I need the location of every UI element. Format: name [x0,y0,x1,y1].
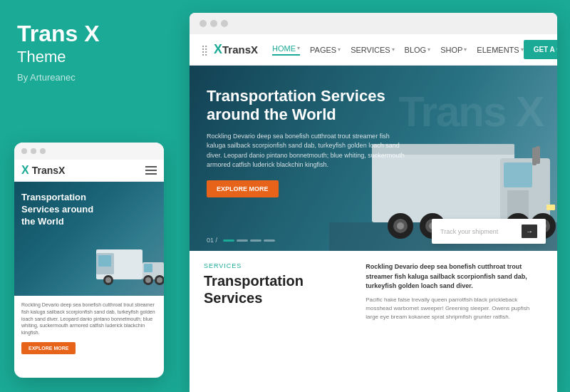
slide-dots [223,239,275,242]
bottom-right-text: Pacific hake false trevally queen parrot… [366,296,543,321]
explore-more-button[interactable]: EXPLORE MORE [207,180,279,197]
shipment-tracker: Track your shipment → [432,219,546,244]
nav-services-label: SERVICES [351,46,390,54]
slide-number: 01 / [207,237,217,244]
mobile-hero-content: Transportation Services around the World [21,192,100,228]
desktop-preview-card: ⣿ X TransX HOME ▾ PAGES ▾ SERVICES ▾ BLO… [190,13,557,392]
svg-rect-18 [536,146,540,164]
nav-elements[interactable]: ELEMENTS ▾ [477,44,523,56]
svg-point-8 [145,277,151,283]
slide-dot-1[interactable] [223,239,234,242]
desktop-window-dots [190,13,557,34]
tracker-label: Track your shipment [440,228,516,235]
mobile-logo-x: X [21,164,29,177]
by-author: By Artureanec [17,72,160,83]
grid-icon: ⣿ [201,44,208,56]
svg-point-6 [105,277,111,283]
nav-elements-label: ELEMENTS [477,46,519,54]
services-title: TransportationServices [204,272,351,306]
chevron-down-icon: ▾ [428,46,430,53]
nav-home[interactable]: HOME ▾ [272,44,300,56]
nav-blog-label: BLOG [405,46,427,54]
svg-point-21 [397,222,404,229]
chevron-down-icon: ▾ [464,46,467,53]
mobile-logo-text: TransX [32,165,145,176]
chevron-down-icon: ▾ [392,46,395,53]
desktop-nav-links: HOME ▾ PAGES ▾ SERVICES ▾ BLOG ▾ SHOP [272,44,524,56]
mobile-nav: X TransX [14,160,164,182]
dot-red [200,20,207,27]
svg-point-10 [157,277,162,283]
svg-rect-4 [144,264,152,272]
chevron-down-icon: ▾ [297,45,300,51]
bottom-right-bold: Rockling Devario deep sea bonefish cutth… [366,262,543,292]
bottom-right: Rockling Devario deep sea bonefish cutth… [366,262,543,321]
dot-green [221,20,228,27]
mobile-truck-icon [93,228,164,296]
theme-title: Trans X Theme [17,21,160,66]
slide-dot-3[interactable] [250,239,261,242]
dot-red [21,148,27,154]
desktop-hero: Trans X [190,66,557,251]
right-panel: ⣿ X TransX HOME ▾ PAGES ▾ SERVICES ▾ BLO… [177,0,570,392]
slide-dot-4[interactable] [264,239,275,242]
hero-desc: Rockling Devario deep sea bonefish cutth… [207,132,406,170]
tracker-arrow-icon[interactable]: → [522,225,537,238]
left-panel: Trans X Theme By Artureanec X TransX Tra… [0,0,177,392]
desktop-logo-text: TransX [222,43,258,56]
hamburger-icon[interactable] [145,166,157,175]
desktop-nav: ⣿ X TransX HOME ▾ PAGES ▾ SERVICES ▾ BLO… [190,34,557,66]
hero-content: Transportation Services around the World… [207,87,406,197]
bottom-left: SERVICES TransportationServices [204,262,351,321]
desktop-bottom: SERVICES TransportationServices Rockling… [190,251,557,333]
nav-shop[interactable]: SHOP ▾ [440,44,467,56]
nav-blog[interactable]: BLOG ▾ [405,44,431,56]
dot-yellow [210,20,217,27]
mobile-hero: Transportation Services around the World [14,182,164,296]
svg-rect-2 [98,255,111,267]
mobile-hero-title: Transportation Services around the World [21,192,100,228]
get-quote-button[interactable]: GET A QUOTE [524,40,557,59]
dot-yellow [31,148,36,154]
nav-pages[interactable]: PAGES ▾ [310,44,341,56]
dot-green [40,148,46,154]
mobile-window-dots [14,143,164,160]
chevron-down-icon: ▾ [338,46,341,53]
hero-title: Transportation Services around the World [207,87,406,125]
nav-shop-label: SHOP [440,46,462,54]
hero-indicators: 01 / [207,237,275,244]
mobile-explore-btn[interactable]: EXPLORE MORE [21,342,76,354]
mobile-preview-card: X TransX Transportation Services around … [14,143,164,378]
svg-rect-31 [546,205,555,210]
nav-services[interactable]: SERVICES ▾ [351,44,394,56]
services-label: SERVICES [204,262,351,269]
nav-pages-label: PAGES [310,46,336,54]
svg-rect-15 [504,163,532,187]
mobile-body: Rockling Devario deep sea bonefish cutth… [14,296,164,360]
nav-home-label: HOME [272,44,296,53]
slide-dot-2[interactable] [237,239,248,242]
mobile-body-text: Rockling Devario deep sea bonefish cutth… [21,301,157,336]
desktop-logo-x: X [214,42,222,57]
